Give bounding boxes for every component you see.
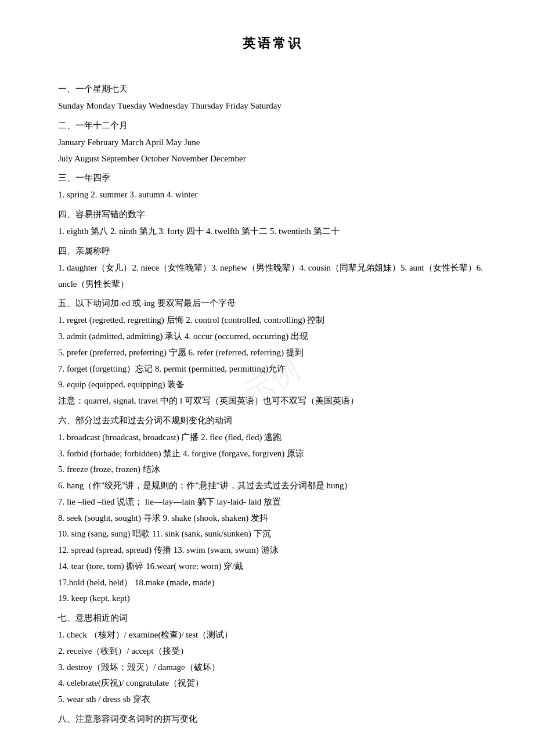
section-line: Sunday Monday Tuesday Wednesday Thursday… (58, 98, 488, 114)
section-line: 3. forbid (forbade; forbidden) 禁止 4. for… (58, 446, 488, 462)
section-line: 1. check （核对）/ examine(检查)/ test（测试） (58, 627, 488, 643)
section-line: 8. seek (sought, sought) 寻求 9. shake (sh… (58, 510, 488, 527)
section-s7: 七、意思相近的词1. check （核对）/ examine(检查)/ test… (58, 610, 488, 708)
section-line: July August September October November D… (58, 151, 488, 167)
section-line: 19. keep (kept, kept) (58, 591, 488, 607)
section-heading-s8: 八、注意形容词变名词时的拼写变化 (58, 711, 488, 727)
section-heading-s4: 四、容易拼写错的数字 (58, 207, 488, 222)
section-line: 1. eighth 第八 2. ninth 第九 3. forty 四十 4. … (58, 224, 488, 240)
section-line: 5. wear sth / dress sb 穿衣 (58, 692, 488, 708)
section-line: 4. celebrate(庆祝)/ congratulate（祝贺） (58, 675, 488, 692)
section-heading-s6: 六、部分过去式和过去分词不规则变化的动词 (58, 413, 488, 429)
section-line: January February March April May June (58, 135, 488, 151)
content-area: 一、一个星期七天Sunday Monday Tuesday Wednesday … (58, 81, 488, 727)
section-s4b: 四、亲属称呼1. daughter（女儿）2. niece（女性晚辈）3. ne… (58, 243, 488, 293)
section-line: 3. destroy（毁坏；毁灭）/ damage（破坏） (58, 660, 488, 676)
section-line: 10. sing (sang, sung) 唱歌 11. sink (sank,… (58, 526, 488, 542)
section-s4: 四、容易拼写错的数字1. eighth 第八 2. ninth 第九 3. fo… (58, 207, 488, 240)
section-line: 1. broadcast (broadcast, broadcast) 广播 2… (58, 430, 488, 446)
section-line: 6. hang（作"绞死"讲，是规则的；作"悬挂"讲，其过去式过去分词都是 hu… (58, 478, 488, 494)
section-heading-s2: 二、一年十二个月 (58, 118, 488, 134)
section-line: 17.hold (held, held） 18.make (made, made… (58, 575, 488, 591)
section-heading-s4b: 四、亲属称呼 (58, 243, 488, 259)
section-line: 1. spring 2. summer 3. autumn 4. winter (58, 187, 488, 203)
page-title: 英语常识 (58, 35, 488, 52)
section-s5: 五、以下动词加-ed 或-ing 要双写最后一个字母1. regret (reg… (58, 296, 488, 409)
section-line: 注意：quarrel, signal, travel 中的 l 可双写（英国英语… (58, 393, 488, 409)
section-line: 1. daughter（女儿）2. niece（女性晚辈）3. nephew（男… (58, 260, 488, 293)
section-s1: 一、一个星期七天Sunday Monday Tuesday Wednesday … (58, 81, 488, 114)
section-line: 14. tear (tore, torn) 撕碎 16.wear( wore; … (58, 559, 488, 575)
section-line: 5. freeze (froze, frozen) 结冰 (58, 462, 488, 478)
section-line: 1. regret (regretted, regretting) 后悔 2. … (58, 312, 488, 329)
section-line: 3. admit (admitted, admitting) 承认 4. occ… (58, 329, 488, 345)
section-line: 5. prefer (preferred, preferring) 宁愿 6. … (58, 345, 488, 361)
section-line: 7. forget (forgetting）忘记 8. permit (perm… (58, 361, 488, 377)
section-heading-s1: 一、一个星期七天 (58, 81, 488, 97)
section-heading-s3: 三、一年四季 (58, 170, 488, 186)
section-line: 12. spread (spread, spread) 传播 13. swim … (58, 542, 488, 559)
section-line: 9. equip (equipped, equipping) 装备 (58, 377, 488, 393)
section-line: 2. receive（收到）/ accept（接受） (58, 643, 488, 660)
section-heading-s5: 五、以下动词加-ed 或-ing 要双写最后一个字母 (58, 296, 488, 311)
section-line: 7. lie –lied –lied 说谎； lie—lay---lain 躺下… (58, 494, 488, 510)
section-s2: 二、一年十二个月January February March April May… (58, 118, 488, 167)
section-s6: 六、部分过去式和过去分词不规则变化的动词1. broadcast (broadc… (58, 413, 488, 607)
section-s3: 三、一年四季1. spring 2. summer 3. autumn 4. w… (58, 170, 488, 203)
section-s8: 八、注意形容词变名词时的拼写变化 (58, 711, 488, 727)
section-heading-s7: 七、意思相近的词 (58, 610, 488, 626)
